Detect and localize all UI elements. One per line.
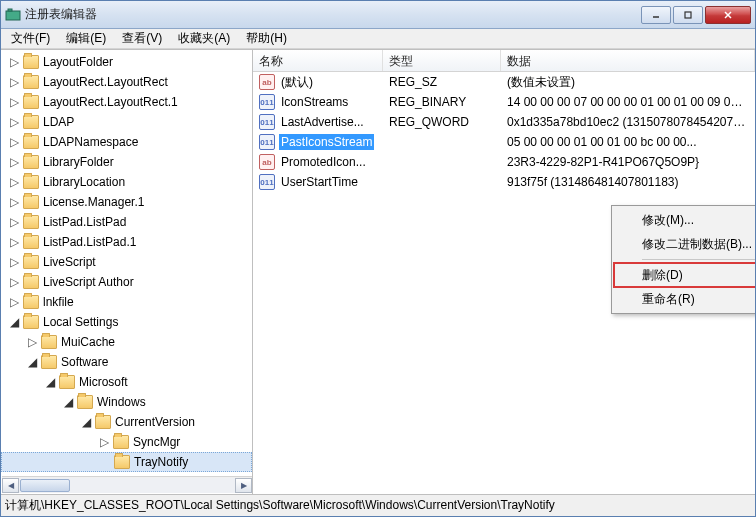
tree-item[interactable]: ▷License.Manager.1 [1,192,252,212]
ctx-rename[interactable]: 重命名(R) [614,287,755,311]
tree-item[interactable]: ◢Local Settings [1,312,252,332]
value-row[interactable]: 011PastIconsStream05 00 00 00 01 00 01 0… [253,132,755,152]
col-type[interactable]: 类型 [383,50,501,71]
value-name: PromotedIcon... [279,154,368,170]
tree-hscrollbar[interactable]: ◀ ▶ [2,476,252,493]
tree-item[interactable]: ▷LibraryLocation [1,172,252,192]
list-header: 名称 类型 数据 [253,50,755,72]
menu-edit[interactable]: 编辑(E) [58,28,114,49]
expand-icon[interactable]: ▷ [7,275,21,289]
tree-item-label: LibraryFolder [43,155,114,169]
expand-icon[interactable]: ▷ [7,95,21,109]
tree-item[interactable]: ▷LayoutFolder [1,52,252,72]
tree-item[interactable]: ▷ListPad.ListPad.1 [1,232,252,252]
tree-item-label: LiveScript Author [43,275,134,289]
ctx-delete[interactable]: 删除(D) [614,263,755,287]
value-row[interactable]: abPromotedIcon...23R3-4229-82P1-R41PO67Q… [253,152,755,172]
folder-icon [113,435,129,449]
value-name: IconStreams [279,94,350,110]
expand-icon[interactable]: ▷ [7,235,21,249]
tree-item-label: License.Manager.1 [43,195,144,209]
expand-icon[interactable]: ▷ [25,335,39,349]
tree-item-label: lnkfile [43,295,74,309]
tree-item[interactable]: ▷LayoutRect.LayoutRect [1,72,252,92]
tree-item[interactable]: ▷ListPad.ListPad [1,212,252,232]
folder-icon [23,135,39,149]
tree-item[interactable]: ▷lnkfile [1,292,252,312]
expand-icon[interactable]: ▷ [7,55,21,69]
tree-item[interactable]: ◢Software [1,352,252,372]
expand-icon[interactable]: ▷ [7,215,21,229]
collapse-icon[interactable]: ◢ [43,375,57,389]
folder-icon [23,275,39,289]
folder-icon [23,55,39,69]
collapse-icon[interactable]: ◢ [61,395,75,409]
scroll-thumb[interactable] [20,479,70,492]
binary-value-icon: 011 [259,94,275,110]
tree-item[interactable]: ▷MuiCache [1,332,252,352]
value-data-cell: 23R3-4229-82P1-R41PO67Q5O9P} [501,153,755,171]
tree-item[interactable]: ▷LDAP [1,112,252,132]
tree-item-label: LayoutRect.LayoutRect.1 [43,95,178,109]
folder-icon [59,375,75,389]
tree-item[interactable]: ▷LibraryFolder [1,152,252,172]
scroll-track[interactable] [19,478,235,493]
value-row[interactable]: ab(默认)REG_SZ(数值未设置) [253,72,755,92]
tree-item-label: Windows [97,395,146,409]
tree-item[interactable]: ▷LiveScript Author [1,272,252,292]
value-row[interactable]: 011UserStartTime913f75f (131486481407801… [253,172,755,192]
titlebar[interactable]: 注册表编辑器 [1,1,755,29]
value-name: LastAdvertise... [279,114,366,130]
folder-icon [23,195,39,209]
svg-rect-1 [8,9,12,11]
col-name[interactable]: 名称 [253,50,383,71]
expand-icon[interactable]: ▷ [7,295,21,309]
close-button[interactable] [705,6,751,24]
folder-icon [114,455,130,469]
expand-icon[interactable]: ▷ [7,175,21,189]
value-data-cell: (数值未设置) [501,72,755,93]
menu-view[interactable]: 查看(V) [114,28,170,49]
tree-item[interactable]: ▷LiveScript [1,252,252,272]
tree-item[interactable]: ◢CurrentVersion [1,412,252,432]
menu-file[interactable]: 文件(F) [3,28,58,49]
tree-item[interactable]: ▷LDAPNamespace [1,132,252,152]
value-data-cell: 14 00 00 00 07 00 00 00 01 00 01 00 09 0… [501,93,755,111]
scroll-right-button[interactable]: ▶ [235,478,252,493]
expand-icon[interactable]: ▷ [97,435,111,449]
folder-icon [77,395,93,409]
collapse-icon[interactable]: ◢ [79,415,93,429]
tree-item[interactable]: ◢Microsoft [1,372,252,392]
value-name: UserStartTime [279,174,360,190]
value-row[interactable]: 011IconStreamsREG_BINARY14 00 00 00 07 0… [253,92,755,112]
tree-item[interactable]: ·TrayNotify [1,452,252,472]
expand-icon[interactable]: ▷ [7,75,21,89]
value-type-cell [383,160,501,164]
statusbar: 计算机\HKEY_CLASSES_ROOT\Local Settings\Sof… [1,494,755,516]
registry-editor-window: 注册表编辑器 文件(F) 编辑(E) 查看(V) 收藏夹(A) 帮助(H) ▷L… [0,0,756,517]
tree-item[interactable]: ▷LayoutRect.LayoutRect.1 [1,92,252,112]
tree-item-label: ListPad.ListPad [43,215,126,229]
ctx-modify[interactable]: 修改(M)... [614,208,755,232]
ctx-modify-binary[interactable]: 修改二进制数据(B)... [614,232,755,256]
expand-icon[interactable]: ▷ [7,155,21,169]
col-data[interactable]: 数据 [501,50,755,71]
folder-icon [23,75,39,89]
menu-favorites[interactable]: 收藏夹(A) [170,28,238,49]
collapse-icon[interactable]: ◢ [25,355,39,369]
tree-panel[interactable]: ▷LayoutFolder▷LayoutRect.LayoutRect▷Layo… [1,50,253,494]
tree-item-label: Microsoft [79,375,128,389]
maximize-button[interactable] [673,6,703,24]
scroll-left-button[interactable]: ◀ [2,478,19,493]
minimize-button[interactable] [641,6,671,24]
expand-icon[interactable]: ▷ [7,195,21,209]
collapse-icon[interactable]: ◢ [7,315,21,329]
tree-item[interactable]: ◢Windows [1,392,252,412]
expand-icon[interactable]: ▷ [7,115,21,129]
value-row[interactable]: 011LastAdvertise...REG_QWORD0x1d335a78bd… [253,112,755,132]
tree-item[interactable]: ▷SyncMgr [1,432,252,452]
expand-icon[interactable]: ▷ [7,135,21,149]
menu-help[interactable]: 帮助(H) [238,28,295,49]
expand-icon[interactable]: ▷ [7,255,21,269]
folder-icon [23,115,39,129]
